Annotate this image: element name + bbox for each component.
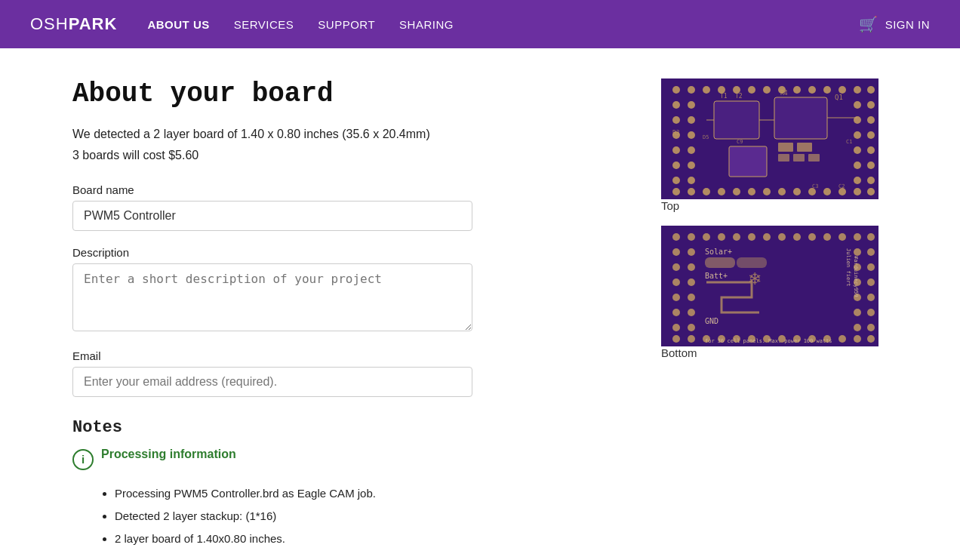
- svg-point-85: [823, 233, 831, 241]
- svg-point-101: [854, 248, 861, 256]
- svg-point-84: [808, 233, 816, 241]
- nav-sharing[interactable]: SHARING: [399, 18, 454, 31]
- svg-point-110: [867, 309, 875, 316]
- svg-text:C3: C3: [812, 183, 818, 189]
- svg-point-28: [688, 146, 695, 154]
- svg-point-7: [763, 86, 771, 94]
- svg-point-89: [672, 248, 680, 256]
- svg-point-91: [672, 263, 680, 271]
- svg-text:❄: ❄: [748, 269, 762, 288]
- svg-point-80: [748, 233, 755, 241]
- svg-point-124: [838, 335, 846, 343]
- info-icon: i: [72, 449, 94, 470]
- svg-point-2: [688, 86, 695, 94]
- left-panel: About your board We detected a 2 layer b…: [72, 78, 616, 550]
- svg-point-10: [808, 86, 816, 94]
- logo-link[interactable]: OSHPARK: [30, 14, 117, 34]
- svg-point-45: [763, 188, 771, 195]
- nav-right: 🛒 SIGN IN: [859, 15, 930, 33]
- top-pcb-image: Q1 T1 T2 R4 R3 D5 C9 C3 C2 C1: [661, 78, 878, 199]
- svg-text:Solar+: Solar+: [705, 248, 732, 256]
- board-name-group: Board name: [72, 183, 616, 231]
- svg-point-47: [793, 188, 801, 195]
- svg-text:#arduinecy959: #arduinecy959: [853, 256, 859, 297]
- svg-point-77: [703, 233, 710, 241]
- svg-point-29: [854, 146, 861, 154]
- svg-text:for 36 cell panels. Max. power: for 36 cell panels. Max. power 100 watts: [705, 338, 832, 344]
- svg-point-3: [703, 86, 710, 94]
- svg-point-86: [838, 233, 846, 241]
- svg-point-15: [672, 101, 680, 109]
- svg-rect-57: [797, 143, 812, 152]
- svg-point-95: [672, 294, 680, 301]
- svg-point-12: [838, 86, 846, 94]
- svg-text:T1: T1: [720, 93, 728, 100]
- svg-rect-54: [774, 97, 827, 139]
- cart-icon[interactable]: 🛒: [859, 15, 878, 33]
- svg-text:Q1: Q1: [835, 94, 843, 101]
- nav-support[interactable]: SUPPORT: [318, 18, 375, 31]
- nav-services[interactable]: SERVICES: [234, 18, 294, 31]
- email-input[interactable]: [72, 367, 472, 397]
- nav-links: ABOUT US SERVICES SUPPORT SHARING: [147, 18, 858, 31]
- svg-point-49: [823, 188, 831, 195]
- svg-point-31: [672, 162, 680, 169]
- email-group: Email: [72, 349, 616, 397]
- svg-point-22: [867, 116, 875, 124]
- svg-point-125: [854, 335, 861, 343]
- top-board-label: Top: [661, 199, 880, 212]
- svg-rect-53: [714, 101, 759, 139]
- svg-point-30: [867, 146, 875, 154]
- svg-text:GND: GND: [705, 317, 718, 325]
- svg-point-46: [778, 188, 786, 195]
- svg-point-113: [672, 335, 680, 343]
- sign-in-link[interactable]: SIGN IN: [885, 18, 930, 31]
- notes-title: Notes: [72, 418, 616, 437]
- svg-rect-55: [729, 146, 767, 177]
- svg-point-9: [793, 86, 801, 94]
- description-group: Description: [72, 246, 616, 334]
- right-panel: Q1 T1 T2 R4 R3 D5 C9 C3 C2 C1 Top: [661, 78, 880, 550]
- svg-rect-56: [778, 143, 793, 152]
- svg-point-34: [867, 162, 875, 169]
- svg-point-16: [688, 101, 695, 109]
- board-info: We detected a 2 layer board of 1.40 x 0.…: [72, 125, 616, 144]
- list-item: Detected 2 layer stackup: (1*16): [115, 505, 616, 528]
- svg-point-32: [688, 162, 695, 169]
- svg-point-78: [718, 233, 725, 241]
- bottom-board-label: Bottom: [661, 346, 880, 359]
- svg-point-108: [867, 294, 875, 301]
- svg-point-109: [854, 309, 861, 316]
- svg-text:Julien fiert: Julien fiert: [845, 248, 851, 287]
- svg-point-81: [763, 233, 771, 241]
- nav-about-us[interactable]: ABOUT US: [147, 18, 209, 31]
- svg-point-42: [718, 188, 725, 195]
- notes-section: Notes i Processing information Processin…: [72, 418, 616, 550]
- svg-point-27: [672, 146, 680, 154]
- svg-point-33: [854, 162, 861, 169]
- svg-text:C9: C9: [737, 139, 743, 145]
- svg-point-13: [854, 86, 861, 94]
- list-item: 2 layer board of 1.40x0.80 inches.: [115, 528, 616, 550]
- list-item: Processing PWM5 Controller.brd as Eagle …: [115, 482, 616, 505]
- page-title: About your board: [72, 78, 616, 109]
- svg-point-82: [778, 233, 786, 241]
- svg-text:R4: R4: [780, 90, 788, 97]
- svg-point-100: [688, 324, 695, 331]
- logo-park: PARK: [69, 14, 118, 34]
- svg-point-24: [688, 131, 695, 139]
- svg-rect-128: [705, 257, 735, 268]
- svg-point-75: [672, 233, 680, 241]
- navigation: OSHPARK ABOUT US SERVICES SUPPORT SHARIN…: [0, 0, 960, 48]
- svg-point-126: [867, 335, 875, 343]
- svg-point-102: [867, 248, 875, 256]
- email-label: Email: [72, 349, 616, 362]
- svg-point-104: [867, 263, 875, 271]
- svg-rect-60: [808, 154, 820, 162]
- description-input[interactable]: [72, 263, 472, 331]
- svg-point-20: [688, 116, 695, 124]
- svg-point-17: [854, 101, 861, 109]
- svg-rect-59: [793, 154, 805, 162]
- svg-point-96: [688, 294, 695, 301]
- board-name-input[interactable]: [72, 201, 472, 231]
